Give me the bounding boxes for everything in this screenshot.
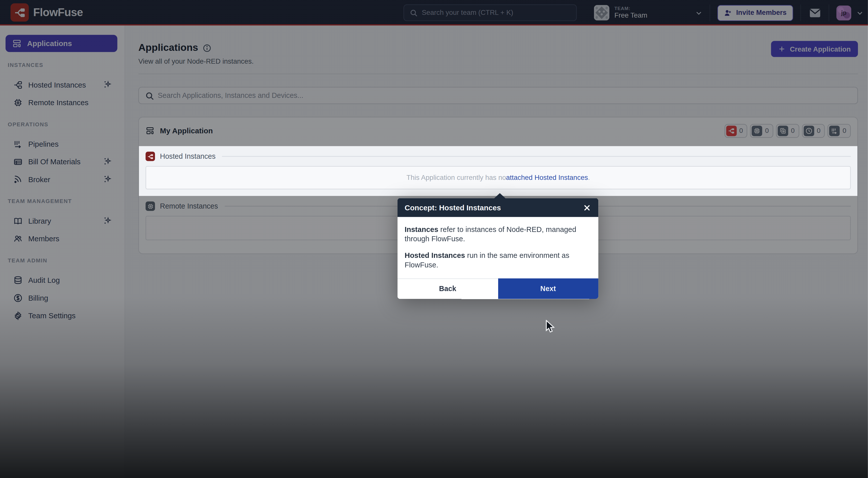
dialog-paragraph: Hosted Instances run in the same environ… [405, 251, 591, 270]
sparkles-icon [103, 80, 112, 89]
chevron-down-icon[interactable] [695, 9, 703, 17]
team-info: TEAM: Free Team [614, 6, 695, 20]
page-subtitle: View all of your Node-RED instances. [138, 58, 858, 65]
sparkles-icon [103, 216, 112, 225]
sidebar-section-heading: OPERATIONS [8, 121, 125, 127]
sidebar: Applications INSTANCES Hosted Instances [0, 25, 125, 478]
sidebar-item-billing[interactable]: Billing [0, 289, 125, 307]
info-icon[interactable] [203, 43, 211, 52]
flowfuse-logo[interactable]: FlowFuse [10, 3, 83, 22]
sidebar-item-applications[interactable]: Applications [5, 35, 117, 52]
avatar: jp [836, 5, 851, 20]
badge-count: 0 [765, 127, 769, 135]
dialog-paragraph: Instances refer to instances of Node-RED… [405, 225, 591, 244]
close-button[interactable] [583, 203, 591, 212]
chevron-down-icon [856, 9, 864, 17]
remote-instances-icon [146, 201, 155, 211]
plus-icon [778, 45, 785, 53]
applications-icon [12, 39, 21, 48]
sidebar-item-label: Billing [28, 294, 48, 302]
sidebar-item-bill-of-materials[interactable]: Bill Of Materials [0, 153, 125, 170]
sidebar-item-audit-log[interactable]: Audit Log [0, 271, 125, 289]
sidebar-item-pipelines[interactable]: Pipelines [0, 135, 125, 153]
dialog-title: Concept: Hosted Instances [405, 203, 501, 212]
next-button[interactable]: Next [498, 278, 598, 299]
team-switcher[interactable]: TEAM: Free Team [594, 5, 703, 21]
sidebar-section-heading: INSTANCES [8, 62, 125, 68]
application-card-header[interactable]: My Application 0 [139, 117, 858, 138]
create-application-button[interactable]: Create Application [771, 41, 858, 57]
dialog-footer: Back Next [398, 278, 598, 299]
device-groups-icon [778, 125, 788, 136]
attach-hosted-instances-link[interactable]: attached Hosted Instances [506, 174, 588, 182]
application-name: My Application [160, 127, 213, 135]
hosted-instances-empty-state: This Application currently has no attach… [146, 166, 851, 189]
sidebar-section-heading: TEAM ADMIN [8, 257, 125, 263]
section-title: Remote Instances [160, 202, 218, 210]
remote-instances-count-badge[interactable]: 0 [750, 124, 773, 138]
remote-instances-icon [752, 125, 762, 136]
navbar-right-cluster: TEAM: Free Team Invite Members [594, 0, 864, 25]
user-menu[interactable]: jp [836, 5, 864, 20]
sidebar-item-label: Remote Instances [28, 98, 88, 107]
sidebar-section-team-management: TEAM MANAGEMENT Library Members [0, 198, 125, 248]
sidebar-section-operations: OPERATIONS Pipelines Bill Of Materials [0, 121, 125, 188]
mail-icon [809, 8, 820, 18]
nav-divider [829, 4, 829, 21]
team-settings-icon [13, 311, 23, 320]
search-icon [410, 9, 418, 17]
create-application-label: Create Application [790, 45, 850, 53]
application-count-badges: 0 0 [724, 124, 851, 138]
applications-search-input[interactable] [158, 88, 819, 104]
user-plus-icon [724, 8, 733, 17]
sidebar-item-team-settings[interactable]: Team Settings [0, 307, 125, 324]
empty-message: This Application currently has no [406, 174, 506, 182]
close-icon [583, 203, 591, 212]
section-rule [222, 156, 850, 157]
sidebar-item-label: Audit Log [28, 276, 60, 284]
nav-divider [710, 4, 710, 21]
back-button[interactable]: Back [398, 278, 498, 299]
sidebar-item-label: Members [28, 234, 59, 243]
header-divider [138, 74, 858, 74]
search-icon [145, 91, 154, 101]
tour-dialog: Concept: Hosted Instances Instances refe… [398, 193, 598, 299]
billing-icon [13, 293, 23, 302]
sidebar-item-members[interactable]: Members [0, 230, 125, 247]
global-search-input[interactable] [422, 5, 571, 21]
sidebar-item-remote-instances[interactable]: Remote Instances [0, 94, 125, 111]
application-icon [146, 126, 154, 135]
dialog-body: Instances refer to instances of Node-RED… [398, 217, 598, 278]
hosted-instances-icon [726, 125, 736, 136]
nav-divider [800, 4, 801, 21]
applications-search [138, 87, 858, 104]
sidebar-item-library[interactable]: Library [0, 212, 125, 230]
hosted-instances-section: Hosted Instances This Application curren… [139, 146, 858, 196]
sidebar-item-broker[interactable]: Broker [0, 170, 125, 188]
notifications-button[interactable] [808, 8, 822, 18]
pipelines-icon [829, 125, 840, 136]
audit-log-icon [13, 276, 23, 285]
pipelines-count-badge[interactable]: 0 [828, 124, 851, 138]
hosted-instances-icon [146, 152, 155, 161]
section-title: Hosted Instances [160, 152, 216, 160]
sparkles-icon [103, 174, 112, 184]
page-title: Applications [138, 42, 198, 54]
snapshots-count-badge[interactable]: 0 [802, 124, 825, 138]
sidebar-item-label: Applications [27, 39, 72, 47]
sidebar-item-hosted-instances[interactable]: Hosted Instances [0, 76, 125, 93]
sidebar-item-label: Library [28, 217, 51, 225]
top-navbar: FlowFuse [0, 0, 868, 25]
sidebar-item-label: Bill Of Materials [28, 158, 81, 166]
sidebar-section-team-admin: TEAM ADMIN Audit Log Billing [0, 257, 125, 324]
badge-count: 0 [791, 127, 795, 135]
sidebar-section-heading: TEAM MANAGEMENT [8, 198, 125, 204]
broker-icon [13, 174, 23, 184]
device-groups-count-badge[interactable]: 0 [776, 124, 799, 138]
invite-members-button[interactable]: Invite Members [717, 5, 793, 21]
flowfuse-logo-icon [10, 3, 29, 22]
global-search [404, 4, 577, 21]
hosted-instances-count-badge[interactable]: 0 [724, 124, 747, 138]
invite-members-label: Invite Members [736, 9, 786, 17]
pipelines-icon [13, 139, 23, 149]
